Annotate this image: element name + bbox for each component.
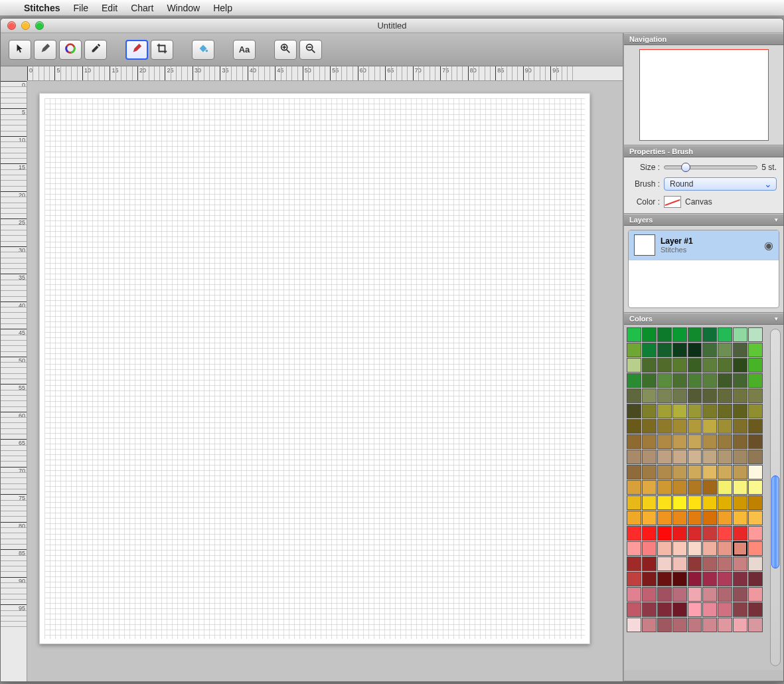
color-swatch[interactable] <box>733 327 747 342</box>
color-swatch[interactable] <box>642 434 657 449</box>
color-swatch[interactable] <box>642 358 657 373</box>
menu-chart[interactable]: Chart <box>131 3 153 13</box>
size-slider-thumb[interactable] <box>681 163 690 172</box>
colors-scroll-thumb[interactable] <box>771 475 779 568</box>
color-swatch[interactable] <box>748 495 763 510</box>
color-swatch[interactable] <box>688 541 702 556</box>
color-swatch[interactable] <box>733 465 747 479</box>
color-swatch[interactable] <box>733 495 747 510</box>
color-swatch[interactable] <box>748 388 763 403</box>
color-swatch[interactable] <box>627 511 641 525</box>
color-swatch[interactable] <box>748 434 763 449</box>
tool-eyedropper[interactable] <box>84 40 107 60</box>
color-swatch[interactable] <box>688 556 702 571</box>
menu-file[interactable]: File <box>73 3 88 13</box>
color-swatch[interactable] <box>627 602 641 617</box>
color-swatch[interactable] <box>642 602 657 617</box>
color-swatch[interactable] <box>642 373 657 388</box>
color-swatch[interactable] <box>627 327 641 342</box>
layer-row[interactable]: Layer #1 Stitches ◉ <box>629 230 779 260</box>
color-swatch[interactable] <box>702 373 717 388</box>
color-swatch[interactable] <box>627 388 641 403</box>
color-swatch[interactable] <box>718 465 732 479</box>
color-swatch[interactable] <box>672 541 687 556</box>
color-swatch[interactable] <box>688 480 702 495</box>
color-swatch[interactable] <box>657 526 672 541</box>
color-swatch[interactable] <box>657 373 672 388</box>
color-swatch[interactable] <box>733 373 747 388</box>
color-swatch[interactable] <box>702 495 717 510</box>
color-swatch[interactable] <box>718 618 732 632</box>
color-swatch[interactable] <box>718 556 732 571</box>
navigator-viewport[interactable] <box>639 49 769 141</box>
color-swatch[interactable] <box>733 602 747 617</box>
color-swatch[interactable] <box>672 450 687 464</box>
color-swatch[interactable] <box>748 419 763 434</box>
color-swatch[interactable] <box>748 358 763 373</box>
tool-brush[interactable] <box>125 40 148 60</box>
color-swatch[interactable] <box>642 495 657 510</box>
color-swatch[interactable] <box>657 587 672 602</box>
color-swatch[interactable] <box>627 541 641 556</box>
color-swatch[interactable] <box>642 480 657 495</box>
color-swatch[interactable] <box>748 618 763 632</box>
color-swatch[interactable] <box>718 343 732 357</box>
color-swatch[interactable] <box>748 327 763 342</box>
color-swatch[interactable] <box>657 358 672 373</box>
color-swatch[interactable] <box>642 404 657 418</box>
color-swatch[interactable] <box>642 556 657 571</box>
color-swatch[interactable] <box>748 602 763 617</box>
color-swatch[interactable] <box>718 450 732 464</box>
color-swatch[interactable] <box>748 572 763 586</box>
color-swatch[interactable] <box>702 572 717 586</box>
color-swatch[interactable] <box>688 450 702 464</box>
color-swatch[interactable] <box>672 572 687 586</box>
minimize-button[interactable] <box>21 21 30 30</box>
color-swatch[interactable] <box>702 480 717 495</box>
color-swatch[interactable] <box>672 602 687 617</box>
color-swatch[interactable] <box>718 526 732 541</box>
layers-collapse-icon[interactable]: ▾ <box>775 216 778 223</box>
color-swatch[interactable] <box>702 587 717 602</box>
zoom-button[interactable] <box>35 21 44 30</box>
color-swatch[interactable] <box>702 343 717 357</box>
tool-text[interactable]: Aa <box>233 40 256 60</box>
color-swatch[interactable] <box>672 511 687 525</box>
color-swatch[interactable] <box>733 556 747 571</box>
color-swatch[interactable] <box>642 343 657 357</box>
color-swatch[interactable] <box>672 556 687 571</box>
color-swatch[interactable] <box>702 618 717 632</box>
color-swatch[interactable] <box>627 358 641 373</box>
color-swatch[interactable] <box>748 404 763 418</box>
color-swatch[interactable] <box>733 541 747 556</box>
color-swatch[interactable] <box>627 434 641 449</box>
color-swatch[interactable] <box>748 587 763 602</box>
color-swatch[interactable] <box>748 343 763 357</box>
menu-help[interactable]: Help <box>213 3 232 13</box>
color-swatch[interactable] <box>657 465 672 479</box>
color-swatch[interactable] <box>718 480 732 495</box>
color-swatch[interactable] <box>672 434 687 449</box>
color-swatch[interactable] <box>627 419 641 434</box>
color-swatch[interactable] <box>702 526 717 541</box>
color-swatch[interactable] <box>672 327 687 342</box>
color-swatch[interactable] <box>733 404 747 418</box>
color-swatch[interactable] <box>657 511 672 525</box>
color-swatch[interactable] <box>672 465 687 479</box>
color-swatch[interactable] <box>672 388 687 403</box>
brush-shape-select[interactable]: Round <box>664 177 777 191</box>
color-swatch[interactable] <box>718 541 732 556</box>
color-swatch[interactable] <box>672 373 687 388</box>
color-swatch[interactable] <box>672 618 687 632</box>
color-swatch[interactable] <box>672 404 687 418</box>
color-swatch[interactable] <box>688 434 702 449</box>
tool-zoom-out[interactable] <box>299 40 322 60</box>
color-swatch[interactable] <box>718 388 732 403</box>
color-swatch[interactable] <box>702 511 717 525</box>
color-swatch[interactable] <box>657 343 672 357</box>
color-swatch[interactable] <box>642 511 657 525</box>
color-swatch[interactable] <box>642 465 657 479</box>
color-swatch[interactable] <box>672 343 687 357</box>
color-swatch[interactable] <box>733 618 747 632</box>
color-swatch[interactable] <box>627 450 641 464</box>
